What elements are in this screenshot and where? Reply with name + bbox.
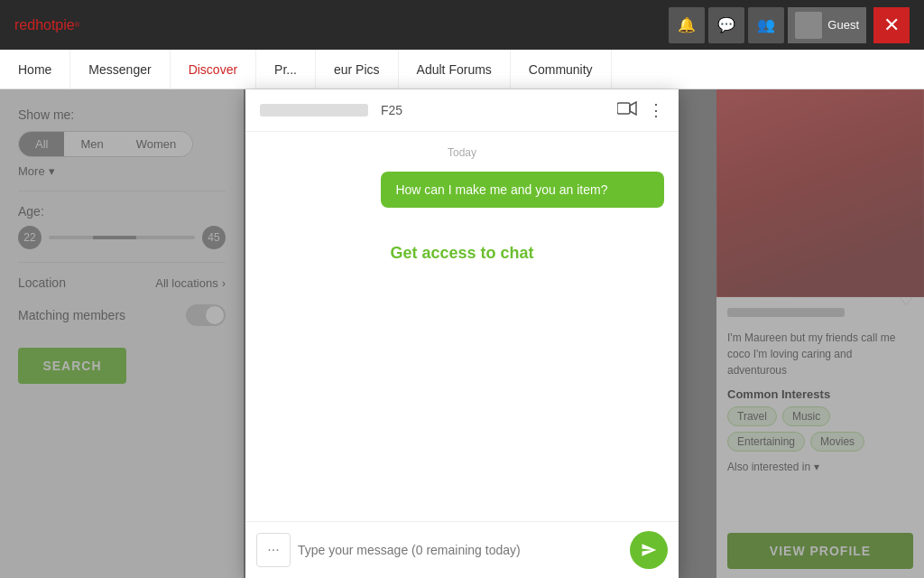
more-options-icon[interactable]: ⋮ [648, 100, 664, 120]
chat-header: F25 ⋮ [245, 89, 679, 132]
chat-more-button[interactable]: ··· [256, 533, 291, 567]
chat-user-name-blurred [260, 104, 368, 117]
logo: redhotpie® [14, 17, 80, 33]
bell-icon-btn[interactable]: 🔔 [669, 7, 705, 43]
main-content: Show me: All Men Women More ▾ Age: 22 45… [0, 89, 924, 578]
chat-modal: F25 ⋮ Today How can I make me and you an… [245, 89, 679, 578]
svg-rect-0 [617, 103, 630, 114]
nav-adult-forums[interactable]: Adult Forums [399, 50, 511, 89]
avatar [795, 12, 822, 39]
chat-bubble: How can I make me and you an item? [381, 172, 664, 208]
chat-access-label[interactable]: Get access to chat [260, 244, 664, 272]
messenger-icon-btn[interactable]: 💬 [708, 7, 744, 43]
navbar: Home Messenger Discover Pr... eur Pics A… [0, 50, 924, 89]
header-right: 🔔 💬 👥 Guest ✕ [669, 7, 910, 43]
svg-marker-1 [630, 102, 636, 115]
user-badge: Guest [788, 7, 866, 43]
chat-input[interactable] [298, 543, 623, 557]
nav-community[interactable]: Community [511, 50, 612, 89]
chat-date: Today [260, 146, 664, 159]
nav-home[interactable]: Home [0, 50, 70, 89]
logo-dot: ® [75, 21, 80, 29]
chat-footer: ··· [245, 521, 679, 578]
nav-pr[interactable]: Pr... [256, 50, 316, 89]
chat-age: F25 [381, 103, 402, 117]
nav-discover[interactable]: Discover [171, 50, 256, 89]
header: redhotpie® 🔔 💬 👥 Guest ✕ [0, 0, 924, 50]
close-button[interactable]: ✕ [873, 7, 910, 43]
chat-header-icons: ⋮ [617, 100, 664, 120]
people-icon-btn[interactable]: 👥 [748, 7, 784, 43]
video-icon[interactable] [617, 101, 637, 120]
guest-label: Guest [827, 18, 859, 32]
nav-messenger[interactable]: Messenger [70, 50, 170, 89]
chat-body: Today How can I make me and you an item?… [245, 132, 679, 521]
nav-amateur-pics[interactable]: eur Pics [316, 50, 399, 89]
logo-text: redhotpie [14, 17, 75, 33]
chat-send-button[interactable] [630, 531, 668, 569]
